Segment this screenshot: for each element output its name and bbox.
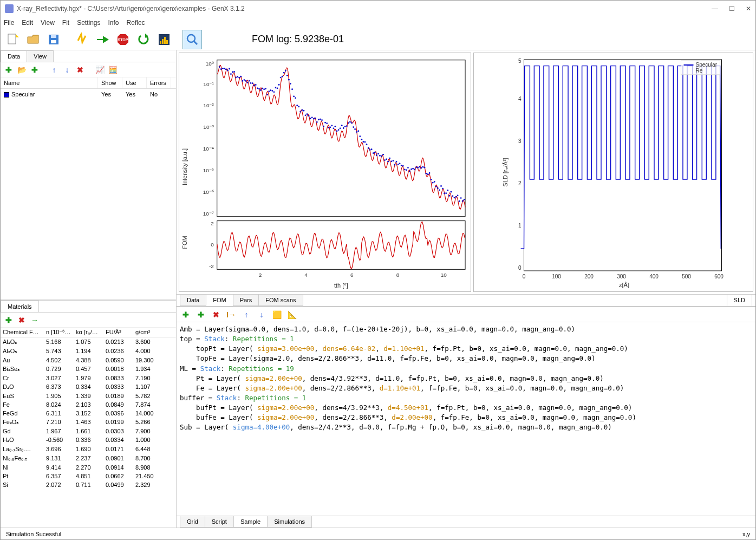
tab-sample[interactable]: Sample: [233, 516, 268, 528]
refl-ylabel: Intensity [a.u.]: [181, 148, 188, 185]
sample-code[interactable]: Amb = Layer(sigma=0.0, dens=1.0, d=0.0, …: [177, 322, 755, 516]
save-file-button[interactable]: [44, 30, 63, 49]
main-content: Data View ✚ 📂 ✚ ↑ ↓ ✖ 📈 🧮 Name Show Use: [1, 50, 755, 528]
run-fit-button[interactable]: [93, 30, 112, 49]
mat-col-ka[interactable]: kα [rₑ/…: [74, 328, 103, 337]
dataset-color-swatch: [4, 92, 9, 97]
sld-plot[interactable]: SLD [rₑ/Å³] z[Å] 012345 0100200300400500…: [473, 53, 753, 292]
move-layer-down-button[interactable]: ↓: [256, 309, 268, 321]
delete-layer-button[interactable]: ✖: [210, 309, 222, 321]
dataset-col-use[interactable]: Use: [122, 77, 147, 88]
mat-col-formula[interactable]: Chemical F…: [1, 328, 44, 337]
add-material-button[interactable]: ✚: [3, 314, 15, 326]
svg-text:500: 500: [682, 274, 691, 279]
dataset-col-show[interactable]: Show: [98, 77, 122, 88]
svg-point-81: [315, 118, 316, 119]
zoom-button[interactable]: [183, 30, 202, 49]
stop-fit-button[interactable]: STOP: [113, 30, 133, 49]
sample-settings-button[interactable]: 🟨: [271, 309, 283, 321]
materials-row[interactable]: D₂O6.3730.3340.03331.107: [1, 382, 176, 392]
menu-settings[interactable]: Settings: [77, 19, 100, 27]
materials-row[interactable]: Au4.5024.3880.059019.300: [1, 356, 176, 365]
svg-point-115: [371, 148, 373, 150]
app-window: X-ray_Reflectivity.hgx* - C:\Users\Artur…: [0, 0, 756, 540]
move-layer-up-button[interactable]: ↑: [240, 309, 252, 321]
materials-row[interactable]: Ni₀.₈Fe₀.₂9.1312.2370.09018.700: [1, 454, 176, 463]
menu-info[interactable]: Info: [108, 19, 119, 27]
plot-tab-data[interactable]: Data: [180, 294, 206, 306]
close-button[interactable]: ✕: [746, 5, 751, 12]
move-up-button[interactable]: ↑: [48, 64, 60, 76]
svg-point-110: [363, 141, 364, 143]
tab-simulations[interactable]: Simulations: [267, 516, 312, 528]
delete-dataset-button[interactable]: ✖: [74, 64, 86, 76]
mat-col-fu[interactable]: FU/Å³: [103, 328, 133, 337]
plot-tab-fomscans[interactable]: FOM scans: [258, 294, 303, 306]
plot-settings-button[interactable]: 📈: [94, 64, 106, 76]
svg-point-69: [295, 97, 296, 99]
add-dataset-button[interactable]: ✚: [3, 64, 15, 76]
materials-row[interactable]: La₀.₇Sr₀.…3.6961.6900.01716.448: [1, 445, 176, 454]
dataset-col-name[interactable]: Name: [1, 77, 98, 88]
apply-material-button[interactable]: →: [29, 314, 41, 326]
svg-point-12: [187, 35, 195, 42]
svg-point-166: [455, 196, 457, 198]
dataset-table: Name Show Use Errors Specular Yes Yes No: [1, 77, 176, 100]
materials-row[interactable]: Fe8.0242.1030.08497.874: [1, 400, 176, 409]
materials-row[interactable]: Fe₂O₃7.2101.4630.01995.266: [1, 418, 176, 427]
plot-tab-fom[interactable]: FOM: [206, 294, 233, 306]
mat-col-density[interactable]: g/cm³: [133, 328, 163, 337]
materials-row[interactable]: Gd1.9671.6610.03037.900: [1, 427, 176, 435]
dataset-col-errors[interactable]: Errors: [147, 77, 171, 88]
materials-row[interactable]: Cr3.0271.9790.08337.190: [1, 374, 176, 382]
add-stack-button[interactable]: ✚: [195, 309, 207, 321]
menu-edit[interactable]: Edit: [22, 19, 33, 27]
mat-col-n[interactable]: n [10⁻⁶…: [44, 328, 74, 337]
rename-layer-button[interactable]: I→: [225, 309, 237, 321]
svg-point-113: [368, 147, 369, 149]
menu-fit[interactable]: Fit: [62, 19, 69, 27]
svg-point-59: [278, 84, 280, 86]
materials-row[interactable]: Al₂O₃5.1681.0750.02133.600: [1, 337, 176, 347]
svg-point-47: [258, 88, 260, 90]
delete-material-button[interactable]: ✖: [16, 314, 28, 326]
svg-point-27: [225, 69, 227, 70]
menu-reflec[interactable]: Reflec: [127, 19, 145, 27]
materials-row[interactable]: EuS1.9051.3390.01895.782: [1, 392, 176, 400]
maximize-button[interactable]: ☐: [729, 5, 735, 12]
dataset-row[interactable]: Specular Yes Yes No: [1, 89, 176, 100]
svg-point-157: [440, 185, 442, 187]
materials-row[interactable]: Pt6.3574.8510.066221.450: [1, 472, 176, 480]
tab-script[interactable]: Script: [205, 516, 234, 528]
materials-row[interactable]: Bi₂Se₃0.7290.4570.00181.934: [1, 365, 176, 374]
reflectivity-plot[interactable]: Intensity [a.u.] FOM tth [°] 10⁻⁷10⁻⁶10⁻…: [179, 53, 471, 292]
analyze-button[interactable]: [154, 30, 174, 49]
tab-data[interactable]: Data: [1, 50, 27, 62]
tab-materials[interactable]: Materials: [1, 301, 39, 312]
tab-grid[interactable]: Grid: [180, 516, 205, 528]
plot-tab-sld[interactable]: SLD: [727, 294, 752, 306]
menu-view[interactable]: View: [41, 19, 55, 27]
menu-file[interactable]: File: [4, 19, 14, 27]
simulate-button[interactable]: [72, 30, 92, 49]
open-file-button[interactable]: [23, 30, 43, 49]
svg-text:10⁰: 10⁰: [206, 61, 214, 67]
materials-row[interactable]: Al₂O₃5.7431.1940.02364.000: [1, 347, 176, 356]
new-file-button[interactable]: [3, 30, 22, 49]
calc-button[interactable]: 🧮: [107, 64, 119, 76]
materials-table[interactable]: Chemical F… n [10⁻⁶… kα [rₑ/… FU/Å³ g/cm…: [1, 328, 176, 528]
duplicate-dataset-button[interactable]: ✚: [29, 64, 41, 76]
resume-fit-button[interactable]: [134, 30, 153, 49]
move-down-button[interactable]: ↓: [61, 64, 73, 76]
add-layer-button[interactable]: ✚: [180, 309, 192, 321]
svg-point-142: [415, 166, 417, 168]
import-dataset-button[interactable]: 📂: [16, 64, 28, 76]
instrument-settings-button[interactable]: 📐: [286, 309, 298, 321]
materials-row[interactable]: Ni9.4142.2700.09148.908: [1, 463, 176, 472]
materials-row[interactable]: FeGd6.3113.1520.039614.000: [1, 409, 176, 418]
minimize-button[interactable]: —: [712, 5, 718, 12]
tab-view[interactable]: View: [27, 50, 54, 62]
materials-row[interactable]: Si2.0720.7110.04992.329: [1, 480, 176, 489]
plot-tab-pars[interactable]: Pars: [233, 294, 259, 306]
materials-row[interactable]: H₂O-0.5600.3360.03341.000: [1, 435, 176, 445]
